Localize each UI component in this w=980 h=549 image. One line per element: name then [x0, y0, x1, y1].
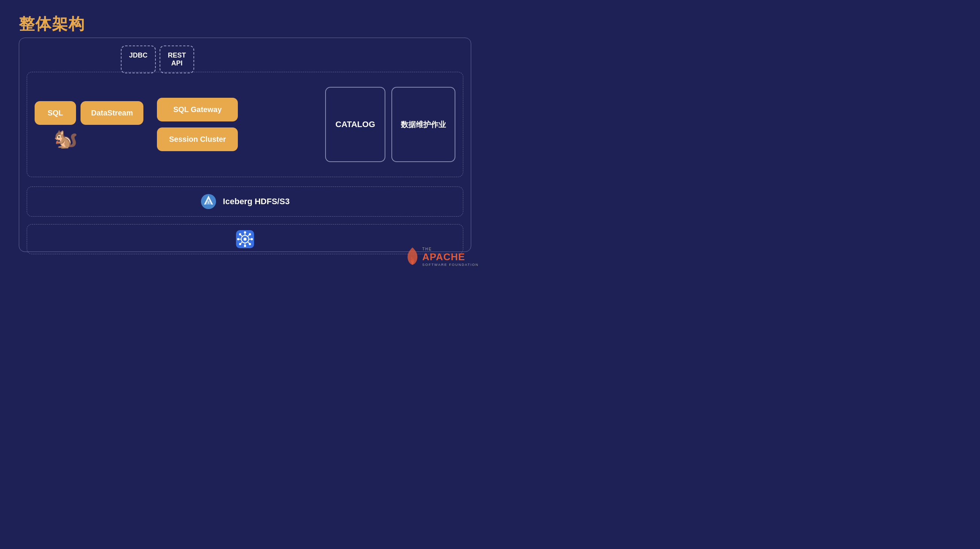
left-group: SQL DataStream 🐿️ — [35, 101, 143, 148]
apache-text: THE APACHE SOFTWARE FOUNDATION — [422, 247, 479, 267]
datastream-box: DataStream — [81, 101, 143, 125]
right-boxes: CATALOG 数据维护作业 — [325, 87, 455, 162]
apache-the: THE — [422, 247, 479, 251]
sql-gateway-box: SQL Gateway — [157, 98, 238, 121]
iceberg-icon: T — [200, 193, 217, 210]
svg-point-16 — [244, 245, 246, 247]
apache-logo: THE APACHE SOFTWARE FOUNDATION — [406, 247, 479, 267]
maintenance-box: 数据维护作业 — [391, 87, 455, 162]
api-section: JDBC RESTAPI — [121, 46, 194, 73]
svg-point-17 — [237, 238, 239, 240]
page-title: 整体架构 — [19, 14, 85, 35]
squirrel-icon: 🐿️ — [53, 129, 143, 148]
top-left-boxes: SQL DataStream — [35, 101, 143, 125]
k8s-icon — [235, 229, 255, 249]
catalog-box: CATALOG — [325, 87, 385, 162]
sql-box: SQL — [35, 101, 76, 125]
rest-api-box: RESTAPI — [159, 46, 194, 73]
iceberg-section: T Iceberg HDFS/S3 — [27, 187, 463, 217]
apache-feather — [406, 247, 419, 267]
svg-point-21 — [249, 233, 251, 235]
apache-sub: SOFTWARE FOUNDATION — [422, 263, 479, 267]
main-container: JDBC RESTAPI SQL DataStream 🐿️ SQL Gatew… — [19, 38, 471, 252]
gateway-group: SQL Gateway Session Cluster — [157, 98, 238, 151]
iceberg-label: Iceberg HDFS/S3 — [223, 197, 290, 206]
svg-point-15 — [244, 231, 246, 233]
k8s-section — [27, 224, 463, 254]
svg-point-22 — [239, 243, 241, 245]
middle-section: SQL DataStream 🐿️ SQL Gateway Session Cl… — [27, 72, 463, 177]
svg-text:T: T — [208, 201, 210, 205]
svg-point-14 — [243, 238, 247, 241]
apache-name: APACHE — [422, 251, 479, 263]
svg-point-20 — [249, 243, 251, 245]
jdbc-box: JDBC — [121, 46, 156, 73]
feather-icon — [406, 247, 419, 265]
svg-point-18 — [251, 238, 253, 240]
session-cluster-box: Session Cluster — [157, 127, 238, 151]
svg-point-19 — [239, 233, 241, 235]
